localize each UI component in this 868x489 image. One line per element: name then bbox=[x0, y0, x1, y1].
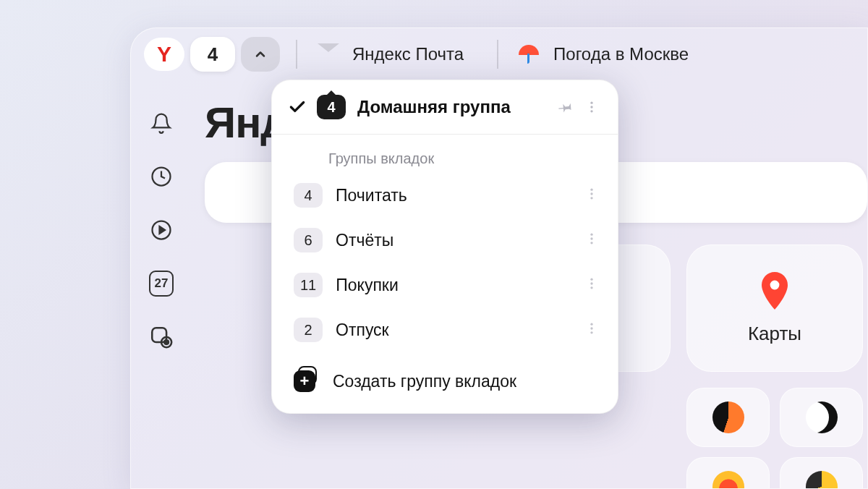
dots-vertical-icon bbox=[584, 321, 599, 336]
svg-point-15 bbox=[590, 242, 592, 244]
maps-pin-icon bbox=[757, 272, 793, 312]
svg-point-17 bbox=[590, 282, 592, 284]
service-icon bbox=[712, 401, 744, 433]
dots-vertical-icon bbox=[584, 100, 599, 114]
groups-section-label: Группы вкладок bbox=[272, 135, 618, 173]
mini-tile[interactable] bbox=[686, 457, 770, 489]
tab-groups-dropdown: 4 Домашняя группа Группы вкладок 4Почита… bbox=[271, 80, 618, 414]
tab-weather[interactable]: Погода в Москве bbox=[514, 37, 706, 72]
create-label: Создать группу вкладок bbox=[333, 372, 516, 391]
group-more-button[interactable] bbox=[584, 321, 602, 339]
yandex-logo-pill[interactable]: Y bbox=[144, 38, 184, 71]
sidebar: 27 bbox=[131, 80, 192, 488]
tile-maps[interactable]: Карты bbox=[686, 244, 863, 372]
play-circle-icon bbox=[150, 219, 172, 241]
svg-point-20 bbox=[590, 327, 592, 329]
dots-vertical-icon bbox=[584, 231, 599, 246]
tab-mail[interactable]: Яндекс Почта bbox=[313, 37, 481, 72]
tab-strip: Y 4 Яндекс Почта Погода в Москве bbox=[131, 28, 867, 80]
mini-tile[interactable] bbox=[780, 388, 863, 447]
group-count-badge: 6 bbox=[294, 228, 323, 252]
svg-point-5 bbox=[164, 340, 169, 344]
svg-point-18 bbox=[590, 286, 592, 289]
service-mini-grid bbox=[686, 388, 863, 489]
group-more-button[interactable] bbox=[584, 231, 602, 249]
svg-point-8 bbox=[590, 106, 592, 108]
svg-marker-2 bbox=[160, 226, 166, 234]
tab-group-row[interactable]: 4Почитать bbox=[272, 173, 618, 218]
group-name: Отчёты bbox=[336, 231, 584, 250]
active-group-more-button[interactable] bbox=[582, 97, 602, 117]
svg-point-6 bbox=[770, 280, 780, 289]
svg-point-7 bbox=[590, 102, 592, 104]
svg-point-19 bbox=[590, 323, 592, 326]
group-name: Отпуск bbox=[336, 320, 584, 340]
mini-tile[interactable] bbox=[686, 388, 770, 447]
create-tab-group-button[interactable]: + Создать группу вкладок bbox=[272, 352, 618, 413]
pin-icon bbox=[555, 96, 577, 119]
tab-group-row[interactable]: 6Отчёты bbox=[272, 218, 618, 263]
active-group-count-badge: 4 bbox=[317, 95, 346, 119]
calendar-button[interactable]: 27 bbox=[149, 271, 174, 296]
history-button[interactable] bbox=[149, 164, 174, 189]
group-name: Покупки bbox=[336, 276, 584, 295]
tile-label: Карты bbox=[748, 323, 801, 345]
clock-icon bbox=[150, 166, 172, 187]
tab-separator bbox=[497, 40, 498, 69]
tab-group-count-pill[interactable]: 4 bbox=[190, 37, 235, 72]
mini-tile[interactable] bbox=[780, 457, 863, 489]
tab-group-row[interactable]: 2Отпуск bbox=[272, 307, 618, 352]
group-more-button[interactable] bbox=[584, 276, 602, 294]
screenshot-icon bbox=[149, 325, 174, 349]
mail-icon bbox=[318, 43, 339, 65]
svg-point-11 bbox=[590, 192, 592, 195]
calendar-icon: 27 bbox=[149, 271, 174, 297]
svg-point-16 bbox=[590, 278, 592, 281]
umbrella-icon bbox=[519, 43, 540, 65]
pin-button[interactable] bbox=[556, 97, 576, 117]
group-more-button[interactable] bbox=[584, 187, 602, 204]
group-name: Почитать bbox=[336, 186, 584, 205]
service-icon bbox=[806, 401, 838, 433]
service-icon bbox=[712, 471, 744, 489]
tab-group-chevron-button[interactable] bbox=[241, 37, 280, 72]
dots-vertical-icon bbox=[584, 187, 599, 201]
service-icon bbox=[806, 471, 838, 489]
tab-group-row[interactable]: 11Покупки bbox=[272, 263, 618, 307]
plus-stack-icon: + bbox=[294, 368, 320, 394]
svg-point-10 bbox=[590, 189, 592, 191]
svg-rect-3 bbox=[152, 328, 166, 342]
tab-separator bbox=[296, 40, 297, 69]
play-button[interactable] bbox=[149, 218, 174, 242]
active-group-title: Домашняя группа bbox=[357, 97, 550, 117]
notifications-button[interactable] bbox=[149, 111, 174, 135]
svg-point-21 bbox=[590, 331, 592, 333]
tab-label: Яндекс Почта bbox=[352, 44, 464, 64]
bell-icon bbox=[150, 112, 172, 134]
svg-point-14 bbox=[590, 237, 592, 239]
group-count-badge: 11 bbox=[294, 273, 323, 297]
tab-label: Погода в Москве bbox=[553, 44, 689, 64]
svg-point-13 bbox=[590, 234, 592, 236]
chevron-up-icon bbox=[253, 47, 268, 61]
group-count-badge: 2 bbox=[294, 318, 323, 342]
dots-vertical-icon bbox=[584, 276, 599, 291]
svg-point-9 bbox=[590, 110, 592, 112]
group-count-badge: 4 bbox=[294, 183, 323, 208]
active-group-header[interactable]: 4 Домашняя группа bbox=[272, 80, 618, 135]
svg-point-12 bbox=[590, 197, 592, 199]
screenshot-button[interactable] bbox=[149, 325, 174, 349]
check-icon bbox=[288, 98, 307, 116]
